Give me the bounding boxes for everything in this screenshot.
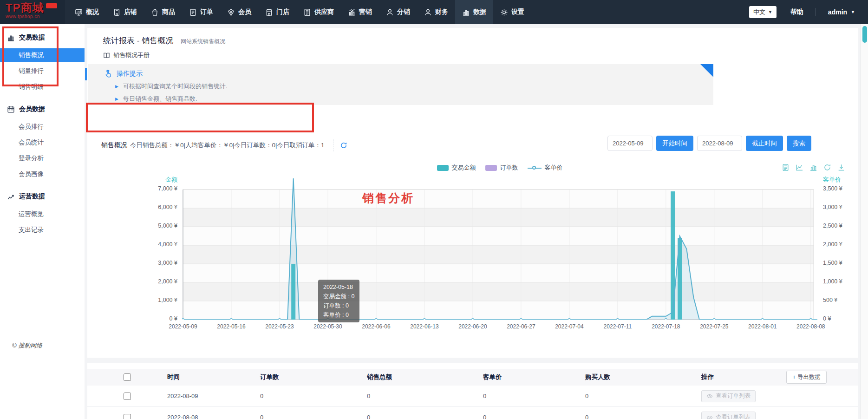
table-row: 2022-08-09 0 0 0 0 查看订单列表: [87, 386, 858, 407]
overview-icon: [75, 8, 83, 16]
y-right-axis-name: 客单价: [823, 176, 841, 184]
data-view-icon[interactable]: [782, 164, 790, 171]
scroll-indicator: [85, 68, 87, 80]
bullet-icon: ▶: [115, 97, 118, 101]
sidebar-item[interactable]: 销量排行: [0, 64, 85, 78]
nav-item-members[interactable]: 会员: [220, 0, 258, 24]
y-left-tick-label: 0 ¥: [142, 315, 177, 322]
x-tick-label: 2022-06-27: [496, 323, 547, 330]
y-left-tick-label: 7,000 ¥: [142, 185, 177, 192]
member-data-icon: [7, 105, 15, 113]
logo[interactable]: TP商城 www.tpshop.cn: [0, 0, 65, 24]
legend-marker-icon: [437, 165, 449, 171]
section-title: 运营数据: [19, 192, 45, 201]
x-tick-label: 2022-07-11: [592, 323, 643, 330]
sidebar-item[interactable]: 销售概况: [0, 48, 85, 62]
language-select[interactable]: 中文 ▼: [749, 6, 777, 18]
scrollbar-thumb[interactable]: [862, 26, 867, 43]
sidebar-item[interactable]: 会员画像: [0, 167, 85, 181]
select-all-checkbox[interactable]: [124, 373, 131, 381]
nav-item-orders[interactable]: 订单: [182, 0, 220, 24]
sidebar-section-operation-data[interactable]: 运营数据: [0, 188, 85, 205]
help-link[interactable]: 帮助: [790, 8, 803, 16]
chevron-down-icon: ▼: [851, 10, 855, 14]
nav-item-overview[interactable]: 概况: [68, 0, 106, 24]
y-right-tick-label: 2,000 ¥: [823, 241, 858, 248]
view-orders-button[interactable]: 查看订单列表: [701, 390, 756, 402]
line-chart-icon[interactable]: [796, 164, 803, 171]
col-time: 时间: [167, 373, 260, 381]
cell-orders: 0: [260, 414, 367, 419]
nav-item-shop[interactable]: 店铺: [106, 0, 144, 24]
user-menu[interactable]: admin ▼: [828, 8, 855, 16]
operation-tips-panel: 操作提示 ▶可根据时间查询某个时间段的销售统计.▶每日销售金额、销售商品数.: [88, 64, 713, 105]
sidebar-item[interactable]: 会员排行: [0, 120, 85, 134]
view-orders-button[interactable]: 查看订单列表: [701, 412, 756, 419]
nav-item-label: 分销: [397, 8, 410, 16]
x-tick-label: 2022-05-30: [302, 323, 353, 330]
sidebar-item[interactable]: 支出记录: [0, 223, 85, 237]
y-right-tick-label: 500 ¥: [823, 297, 858, 303]
page-title: 统计报表 - 销售概况: [103, 35, 173, 46]
search-button[interactable]: 搜索: [787, 136, 811, 151]
legend-item[interactable]: 客单价: [528, 164, 563, 172]
page: TP商城 www.tpshop.cn 概况店铺商品订单会员门店供应商营销分销财务…: [0, 0, 868, 419]
download-icon[interactable]: [837, 164, 845, 171]
col-sales: 销售总额: [367, 373, 483, 381]
start-time-button[interactable]: 开始时间: [656, 136, 693, 151]
nav-item-stores[interactable]: 门店: [258, 0, 296, 24]
members-icon: [227, 8, 235, 16]
sales-chart-plot: [182, 175, 817, 320]
cell-avg: 0: [483, 414, 585, 419]
cell-time: 2022-08-08: [167, 414, 260, 419]
tips-title: 操作提示: [117, 70, 143, 78]
tips-line: ▶可根据时间查询某个时间段的销售统计.: [88, 82, 713, 91]
restore-icon[interactable]: [823, 164, 831, 171]
refresh-button[interactable]: [340, 142, 347, 149]
nav-item-settings[interactable]: 设置: [493, 0, 531, 24]
sidebar-section: 运营数据运营概览支出记录: [0, 183, 85, 237]
shop-icon: [113, 8, 121, 16]
nav-item-label: 商品: [162, 8, 175, 16]
section-title: 交易数据: [19, 33, 45, 42]
nav-item-data[interactable]: 数据: [455, 0, 493, 24]
nav-item-goods[interactable]: 商品: [144, 0, 182, 24]
divider: [333, 139, 333, 151]
end-date-input[interactable]: [697, 136, 742, 151]
sales-summary: 销售概况 今日销售总额：￥0|人均客单价：￥0|今日订单数：0|今日取消订单：1: [101, 137, 347, 153]
nav-item-marketing[interactable]: 营销: [341, 0, 379, 24]
end-time-button[interactable]: 截止时间: [746, 136, 783, 151]
stores-icon: [265, 8, 273, 16]
row-checkbox[interactable]: [124, 414, 131, 419]
export-data-button[interactable]: + 导出数据: [786, 371, 827, 384]
sidebar-item[interactable]: 登录分析: [0, 151, 85, 165]
sidebar-section: 交易数据销售概况销量排行销售明细: [0, 24, 85, 94]
legend-line-marker-icon: [528, 165, 542, 171]
row-checkbox[interactable]: [124, 393, 131, 400]
legend-item[interactable]: 交易金额: [437, 164, 476, 172]
sidebar-item[interactable]: 运营概览: [0, 207, 85, 221]
sidebar-item[interactable]: 销售明细: [0, 80, 85, 94]
nav-item-suppliers[interactable]: 供应商: [296, 0, 341, 24]
nav-item-label: 概况: [86, 8, 99, 16]
distribution-icon: [386, 8, 394, 16]
cell-avg: 0: [483, 393, 585, 399]
y-left-tick-label: 4,000 ¥: [142, 241, 177, 248]
data-table-card: 时间订单数销售总额客单价购买人数操作 + 导出数据 2022-08-09 0 0…: [87, 363, 858, 419]
nav-right: 中文 ▼ 帮助 admin ▼: [749, 6, 868, 18]
sidebar-item[interactable]: 会员统计: [0, 136, 85, 150]
sidebar-section-trade-data[interactable]: 交易数据: [0, 29, 85, 46]
nav-item-distribution[interactable]: 分销: [379, 0, 417, 24]
bar-chart-icon[interactable]: [809, 164, 817, 171]
top-navbar: TP商城 www.tpshop.cn 概况店铺商品订单会员门店供应商营销分销财务…: [0, 0, 868, 24]
sidebar-section: 会员数据会员排行会员统计登录分析会员画像: [0, 96, 85, 181]
legend-item[interactable]: 订单数: [485, 164, 518, 172]
y-right-tick-label: 3,500 ¥: [823, 185, 858, 192]
nav-item-label: 财务: [435, 8, 448, 16]
start-date-input[interactable]: [607, 136, 653, 151]
sidebar-section-member-data[interactable]: 会员数据: [0, 100, 85, 118]
finance-icon: [424, 8, 432, 16]
cell-buyers: 0: [585, 414, 701, 419]
manual-link[interactable]: 销售概况手册: [103, 51, 150, 59]
nav-item-finance[interactable]: 财务: [417, 0, 455, 24]
